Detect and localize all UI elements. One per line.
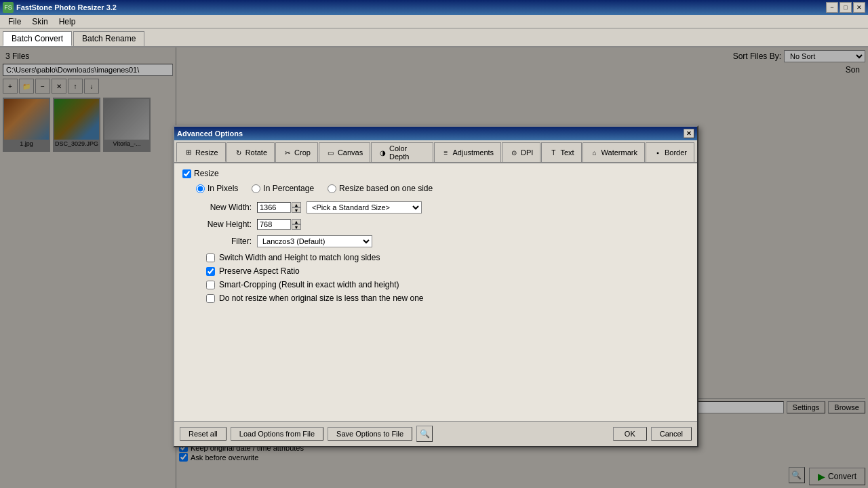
- dialog-tab-border[interactable]: ▪ Border: [646, 142, 694, 162]
- close-button[interactable]: ✕: [853, 2, 865, 13]
- new-height-row: New Height: ▲ ▼: [182, 219, 689, 230]
- resize-checkbox-label: Resize: [194, 169, 219, 178]
- smart-crop-label: Smart-Cropping (Result in exact width an…: [219, 280, 399, 289]
- height-up-button[interactable]: ▲: [292, 219, 301, 224]
- ok-button[interactable]: OK: [613, 427, 647, 441]
- new-width-row: New Width: ▲ ▼ <Pick a Standard Size>: [182, 201, 689, 214]
- title-bar-left: FS FastStone Photo Resizer 3.2: [3, 2, 117, 13]
- no-resize-label: Do not resize when original size is less…: [219, 293, 424, 303]
- title-bar-buttons: − □ ✕: [826, 2, 865, 13]
- dialog-title-bar: Advanced Options ✕: [174, 127, 697, 140]
- width-spinner: ▲ ▼: [292, 202, 301, 213]
- app-icon: FS: [3, 2, 14, 13]
- dialog-tab-rotate[interactable]: ↻ Rotate: [226, 142, 275, 162]
- dialog-tab-text[interactable]: T Text: [541, 142, 581, 162]
- filter-select[interactable]: Lanczos3 (Default) Bilinear Bicubic Near…: [257, 235, 372, 247]
- dialog-tab-crop[interactable]: ✂ Crop: [275, 142, 318, 162]
- switch-wh-label: Switch Width and Height to match long si…: [219, 253, 380, 262]
- tab-batch-rename[interactable]: Batch Rename: [73, 31, 144, 46]
- menu-skin[interactable]: Skin: [26, 16, 53, 28]
- smart-crop-checkbox[interactable]: [206, 281, 215, 289]
- adjustments-tab-label: Adjustments: [453, 148, 494, 157]
- dialog-title: Advanced Options: [177, 129, 243, 138]
- watermark-tab-icon: ⌂: [590, 148, 599, 157]
- maximize-button[interactable]: □: [840, 2, 852, 13]
- resize-tab-label: Resize: [195, 148, 218, 157]
- text-tab-icon: T: [549, 148, 558, 157]
- canvas-tab-icon: ▭: [326, 148, 336, 157]
- options-icon-button[interactable]: 🔍: [416, 426, 433, 442]
- dialog-content: Resize In Pixels In Percentage Resize ba…: [174, 163, 697, 421]
- dialog-tab-resize[interactable]: ⊞ Resize: [176, 142, 226, 162]
- new-width-label: New Width:: [196, 203, 257, 212]
- text-tab-label: Text: [560, 148, 574, 157]
- main-tabs: Batch Convert Batch Rename: [0, 28, 868, 47]
- preserve-aspect-label: Preserve Aspect Ratio: [219, 266, 300, 276]
- dialog-tab-color-depth[interactable]: ◑ Color Depth: [371, 142, 433, 162]
- watermark-tab-label: Watermark: [601, 148, 637, 157]
- color-depth-tab-icon: ◑: [378, 148, 387, 157]
- reset-all-button[interactable]: Reset all: [180, 427, 226, 441]
- dialog-tab-watermark[interactable]: ⌂ Watermark: [583, 142, 645, 162]
- radio-one-side[interactable]: Resize based on one side: [328, 184, 433, 193]
- width-down-button[interactable]: ▼: [292, 207, 301, 213]
- new-height-input[interactable]: [257, 219, 291, 230]
- dialog-tab-canvas[interactable]: ▭ Canvas: [319, 142, 370, 162]
- resize-enable-checkbox[interactable]: [182, 169, 191, 178]
- crop-tab-label: Crop: [294, 148, 311, 157]
- dpi-tab-label: DPI: [521, 148, 533, 157]
- resize-checkbox-row: Resize: [182, 169, 689, 178]
- canvas-tab-label: Canvas: [338, 148, 363, 157]
- smart-cropping-row: Smart-Cropping (Result in exact width an…: [182, 280, 689, 289]
- filter-row: Filter: Lanczos3 (Default) Bilinear Bicu…: [182, 235, 689, 247]
- adjustments-tab-icon: ≡: [441, 148, 451, 157]
- save-options-button[interactable]: Save Options to File: [328, 427, 412, 441]
- dialog-tab-adjustments[interactable]: ≡ Adjustments: [434, 142, 502, 162]
- dpi-tab-icon: ⊙: [509, 148, 519, 157]
- no-resize-smaller-row: Do not resize when original size is less…: [182, 293, 689, 303]
- menu-help[interactable]: Help: [54, 16, 81, 28]
- title-bar: FS FastStone Photo Resizer 3.2 − □ ✕: [0, 0, 868, 15]
- filter-label: Filter:: [196, 237, 257, 246]
- crop-tab-icon: ✂: [283, 148, 292, 157]
- main-content: 3 Files C:\Users\pablo\Downloads\imagene…: [0, 47, 868, 488]
- radio-in-pixels[interactable]: In Pixels: [196, 184, 238, 193]
- no-resize-checkbox[interactable]: [206, 294, 215, 303]
- minimize-button[interactable]: −: [826, 2, 838, 13]
- tab-batch-convert[interactable]: Batch Convert: [3, 31, 72, 46]
- dialog-tabs: ⊞ Resize ↻ Rotate ✂ Crop ▭ Canvas ◑ Colo…: [174, 140, 697, 163]
- menu-file[interactable]: File: [3, 16, 26, 28]
- preserve-aspect-checkbox[interactable]: [206, 267, 215, 276]
- height-spinner: ▲ ▼: [292, 219, 301, 230]
- dialog-close-button[interactable]: ✕: [684, 129, 694, 138]
- standard-size-select[interactable]: <Pick a Standard Size>: [307, 201, 422, 214]
- load-options-button[interactable]: Load Options from File: [231, 427, 323, 441]
- new-height-label: New Height:: [196, 220, 257, 229]
- dialog-tab-dpi[interactable]: ⊙ DPI: [502, 142, 540, 162]
- resize-options-row: In Pixels In Percentage Resize based on …: [182, 184, 689, 193]
- color-depth-tab-label: Color Depth: [389, 144, 426, 161]
- resize-tab-icon: ⊞: [184, 148, 193, 157]
- switch-wh-checkbox[interactable]: [206, 253, 215, 262]
- rotate-tab-icon: ↻: [234, 148, 243, 157]
- width-up-button[interactable]: ▲: [292, 202, 301, 207]
- border-tab-label: Border: [665, 148, 687, 157]
- border-tab-icon: ▪: [653, 148, 663, 157]
- switch-width-height-row: Switch Width and Height to match long si…: [182, 253, 689, 262]
- rotate-tab-label: Rotate: [245, 148, 267, 157]
- cancel-button[interactable]: Cancel: [651, 427, 692, 441]
- advanced-options-dialog: Advanced Options ✕ ⊞ Resize ↻ Rotate ✂ C…: [173, 125, 698, 447]
- dialog-footer: Reset all Load Options from File Save Op…: [174, 421, 697, 446]
- app-title: FastStone Photo Resizer 3.2: [16, 3, 117, 12]
- preserve-aspect-ratio-row: Preserve Aspect Ratio: [182, 266, 689, 276]
- menu-bar: File Skin Help: [0, 15, 868, 28]
- height-down-button[interactable]: ▼: [292, 224, 301, 230]
- new-width-input[interactable]: [257, 202, 291, 213]
- radio-in-percentage[interactable]: In Percentage: [252, 184, 314, 193]
